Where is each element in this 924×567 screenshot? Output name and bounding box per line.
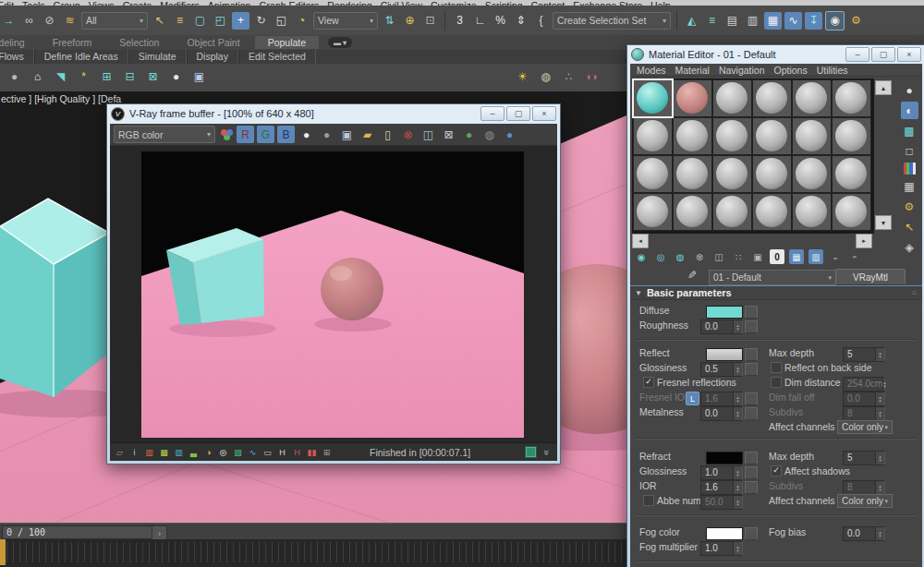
select-and-manipulate-icon[interactable]: ⊕ — [401, 12, 419, 30]
material-sample-6[interactable] — [832, 79, 871, 117]
minimize-button[interactable]: – — [480, 106, 505, 121]
ior-field[interactable]: 1.6▴▾ — [700, 480, 743, 495]
maximize-button[interactable]: ▢ — [506, 106, 530, 121]
sample-uv-tiling-icon[interactable]: □ — [901, 142, 918, 160]
options-icon[interactable]: ⚙ — [901, 198, 918, 215]
pick-material-eyedropper-icon[interactable]: ✎ — [687, 269, 697, 282]
fresnel-ior-spinner[interactable]: ▴▾ — [733, 392, 742, 405]
pixel-information-icon[interactable]: i — [128, 446, 140, 458]
selection-filter-dropdown[interactable]: All▾ — [81, 12, 148, 30]
subdivs-field[interactable]: 8▴▾ — [843, 406, 885, 421]
render-to-tray-icon[interactable]: ↧ — [805, 12, 822, 30]
create-selection-set-dropdown[interactable]: Create Selection Set▾ — [553, 12, 671, 30]
capsule-tool-icon[interactable]: ◖◗ — [583, 67, 601, 85]
sample-scroll-down-button[interactable]: ▼ — [875, 215, 892, 230]
vfb-channel-dropdown[interactable]: RGB color▾ — [114, 126, 215, 143]
scene-explorer-icon[interactable]: ▤ — [723, 12, 741, 30]
fresnel-ior-map-button[interactable] — [745, 392, 758, 405]
keyboard-shortcut-override-icon[interactable]: ⊡ — [421, 12, 439, 30]
populate-panel-button[interactable]: Define Flows — [0, 50, 34, 64]
fog-multiplier-field[interactable]: 1.0▴▾ — [700, 541, 743, 556]
material-editor-menu-item[interactable]: Options — [774, 65, 808, 76]
rectangular-selection-region-icon[interactable]: ▢ — [191, 12, 209, 30]
material-sample-19[interactable] — [633, 193, 673, 231]
dim-fall-off-spinner[interactable]: ▴▾ — [875, 392, 884, 405]
material-editor-menu-item[interactable]: Utilities — [817, 65, 848, 76]
skylight-icon[interactable]: ◍ — [537, 67, 554, 85]
sample-scroll-up-button[interactable]: ▲ — [875, 80, 892, 95]
ior-spinner[interactable]: ▴▾ — [733, 481, 742, 494]
backlight-icon[interactable]: ◐ — [901, 102, 918, 119]
abbe-number-field[interactable]: 50.0▴▾ — [700, 495, 743, 510]
dim-fall-off-field[interactable]: 0.0▴▾ — [843, 392, 885, 406]
fog-color-swatch[interactable] — [706, 527, 743, 540]
fog-bias-spinner[interactable]: ▴▾ — [875, 527, 884, 540]
reflect-glossiness-field[interactable]: 0.5▴▾ — [700, 362, 743, 377]
container-create-icon[interactable]: ⊞ — [98, 67, 116, 85]
fog-color-map-button[interactable] — [745, 527, 758, 540]
abbe-number-checkbox[interactable] — [643, 495, 654, 506]
select-by-name-icon[interactable]: ≡ — [171, 12, 188, 30]
metalness-field[interactable]: 0.0▴▾ — [700, 406, 743, 421]
refract-subdivs-spinner[interactable]: ▴▾ — [875, 481, 884, 494]
rendered-image[interactable] — [141, 151, 524, 438]
material-sample-10[interactable] — [752, 117, 792, 155]
material-sample-9[interactable] — [712, 117, 752, 155]
ribbon-toggle-icon[interactable]: ▦ — [764, 12, 782, 30]
material-sample-14[interactable] — [673, 155, 712, 193]
material-sample-8[interactable] — [673, 117, 712, 155]
histogram-icon[interactable]: ▃ — [188, 446, 200, 458]
put-to-library-icon[interactable]: ▣ — [750, 249, 765, 264]
get-material-icon[interactable]: ◉ — [634, 249, 649, 264]
affect-channels-dropdown[interactable]: Color only▾ — [837, 420, 893, 434]
time-slider-marker[interactable] — [0, 539, 6, 565]
select-and-move-icon[interactable]: + — [232, 12, 249, 30]
abbe-spinner[interactable]: ▴▾ — [733, 496, 742, 509]
percent-snap-icon[interactable]: % — [492, 12, 509, 30]
mirror-icon[interactable]: ◭ — [683, 12, 700, 30]
ribbon-t[interactable]: Populate — [255, 36, 319, 49]
diffuse-color-swatch[interactable] — [706, 306, 743, 319]
go-forward-to-sibling-icon[interactable]: ◓ — [847, 249, 862, 264]
refract-map-button[interactable] — [745, 452, 758, 464]
frame-number-field[interactable]: 0 / 100 — [2, 525, 153, 539]
glossiness-spinner[interactable]: ▴▾ — [733, 363, 742, 376]
reflect-map-button[interactable] — [745, 348, 758, 361]
dim-distance-field[interactable]: 254.0cm▴▾ — [843, 377, 885, 392]
video-color-check-icon[interactable] — [904, 163, 916, 175]
refract-glossiness-field[interactable]: 1.0▴▾ — [700, 465, 743, 480]
track-mouse-while-rendering-icon[interactable]: ⊠ — [440, 126, 457, 143]
populate-panel-button[interactable]: Define Idle Areas — [34, 50, 128, 64]
layer-explorer-icon[interactable]: ▥ — [744, 12, 761, 30]
material-sample-21[interactable] — [712, 193, 752, 231]
material-sample-7[interactable] — [633, 117, 673, 155]
stereo-icon[interactable]: H — [291, 446, 303, 458]
undo-arrow-icon[interactable]: → — [0, 12, 18, 30]
collapse-chevrons-icon[interactable]: » — [541, 449, 553, 454]
material-editor-menu-item[interactable]: Modes — [637, 65, 666, 76]
material-editor-icon[interactable]: ◉ — [825, 11, 845, 30]
make-preview-icon[interactable]: ▦ — [901, 177, 918, 195]
reflect-on-back-side-checkbox[interactable] — [771, 362, 782, 373]
color-clamping-icon[interactable]: ▥ — [143, 446, 155, 458]
material-sample-11[interactable] — [792, 117, 832, 155]
ior-map-button[interactable] — [745, 481, 758, 494]
close-button[interactable]: × — [532, 106, 556, 121]
material-sample-2[interactable] — [673, 79, 712, 117]
dim-distance-checkbox[interactable] — [771, 377, 782, 388]
duplicate-to-host-frame-buffer-icon[interactable]: ◫ — [419, 126, 437, 143]
diffuse-map-button[interactable] — [745, 306, 758, 319]
switch-to-alpha-icon[interactable]: ● — [298, 126, 315, 143]
sample-type-sphere-icon[interactable]: ● — [901, 81, 918, 99]
container-open-icon[interactable]: ⊟ — [121, 67, 139, 85]
blue-channel-button[interactable]: B — [277, 126, 295, 143]
background-icon[interactable]: ▩ — [901, 122, 918, 139]
material-sample-17[interactable] — [792, 155, 832, 193]
monochromatic-mode-icon[interactable]: ● — [318, 126, 335, 143]
use-pivot-point-center-icon[interactable]: ⇅ — [381, 12, 398, 30]
vfb-titlebar[interactable]: V V-Ray frame buffer - [100% of 640 x 48… — [107, 104, 560, 123]
render-icon[interactable]: ● — [501, 126, 518, 143]
sun-light-icon[interactable]: ☀ — [514, 67, 531, 85]
make-unique-icon[interactable]: ∷ — [731, 249, 746, 264]
ribbon-t[interactable]: Freeform — [40, 36, 105, 49]
